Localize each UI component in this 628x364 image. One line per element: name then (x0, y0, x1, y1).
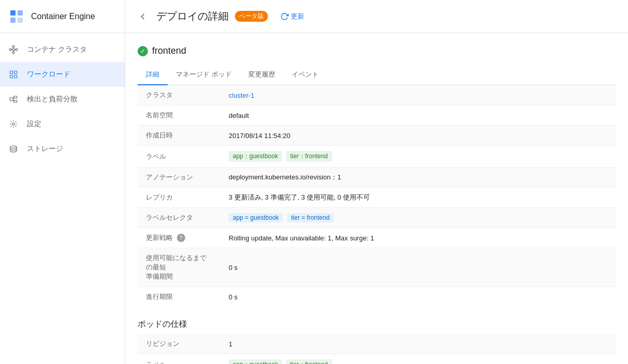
value-update-strategy: Rolling update, Max unavailable: 1, Max … (220, 228, 616, 248)
sidebar-item-storage-label: ストレージ (27, 144, 63, 154)
content-area: frontend 詳細 マネージド ポッド 変更履歴 イベント クラスタ clu… (125, 33, 628, 364)
label-cluster: クラスタ (138, 85, 220, 105)
value-namespace: default (220, 105, 616, 126)
table-row: 使用可能になるまでの最短準備期間 0 s (138, 248, 616, 287)
svg-line-21 (13, 99, 14, 101)
main-header: デプロイの詳細 ベータ版 更新 (125, 0, 628, 33)
table-row: リビジョン 1 (138, 334, 616, 354)
table-row: 作成日時 2017/08/14 11:54:20 (138, 126, 616, 146)
svg-rect-15 (10, 75, 12, 78)
sidebar-title: Container Engine (31, 12, 95, 21)
svg-rect-13 (10, 71, 12, 73)
page-title: デプロイの詳細 (156, 9, 229, 23)
table-row: ラベル app：guestbook tier：frontend (138, 146, 616, 168)
sidebar-item-discovery-label: 検出と負荷分散 (27, 95, 78, 104)
label-tag-1: app：guestbook (229, 151, 282, 162)
selector-tag-2: tier = frontend (287, 213, 334, 222)
resource-name: frontend (152, 46, 186, 56)
svg-rect-18 (14, 96, 17, 98)
sidebar-item-clusters-label: コンテナ クラスタ (27, 45, 87, 54)
pod-label-tag-1: app：guestbook (229, 359, 282, 364)
tab-change-history[interactable]: 変更履歴 (240, 65, 283, 85)
sidebar: Container Engine コンテナ クラスタ (0, 0, 125, 364)
tab-events[interactable]: イベント (283, 65, 327, 85)
value-pod-labels: app：guestbook tier：frontend (220, 354, 616, 365)
label-replicas: レプリカ (138, 188, 220, 208)
svg-point-5 (9, 49, 11, 51)
sidebar-item-workloads-label: ワークロード (27, 70, 70, 79)
tabs: 詳細 マネージド ポッド 変更履歴 イベント (138, 65, 616, 85)
workloads-icon (8, 69, 19, 80)
clusters-icon (8, 44, 19, 55)
label-label-selectors: ラベルセレクタ (138, 208, 220, 228)
value-label-selectors: app = guestbook tier = frontend (220, 208, 616, 228)
value-labels: app：guestbook tier：frontend (220, 146, 616, 168)
svg-rect-19 (14, 100, 17, 102)
refresh-icon (280, 12, 289, 21)
value-min-ready: 0 s (220, 248, 616, 287)
sidebar-item-config-label: 設定 (27, 119, 41, 129)
refresh-button[interactable]: 更新 (280, 12, 304, 21)
pod-spec-table: リビジョン 1 ラベル app：guestbook tier：frontend … (138, 334, 616, 364)
sidebar-item-config[interactable]: 設定 (0, 112, 125, 136)
tab-managed-pods[interactable]: マネージド ポッド (168, 65, 240, 85)
app-logo (8, 8, 25, 25)
label-created: 作成日時 (138, 126, 220, 146)
refresh-label: 更新 (291, 12, 304, 21)
cluster-link[interactable]: cluster-1 (229, 92, 255, 99)
svg-point-7 (12, 46, 14, 48)
sidebar-item-discovery[interactable]: 検出と負荷分散 (0, 87, 125, 112)
label-tag-2: tier：frontend (286, 151, 332, 162)
svg-point-22 (12, 123, 15, 126)
table-row: レプリカ 3 更新済み, 3 準備完了, 3 使用可能, 0 使用不可 (138, 188, 616, 208)
value-revision: 1 (220, 334, 616, 354)
label-progress-deadline: 進行期限 (138, 287, 220, 307)
sidebar-header: Container Engine (0, 0, 125, 33)
svg-point-8 (12, 52, 14, 54)
label-update-strategy: 更新戦略 ? (138, 228, 220, 248)
table-row: 名前空間 default (138, 105, 616, 126)
details-table: クラスタ cluster-1 名前空間 default 作成日時 2017/08… (138, 85, 616, 307)
label-labels: ラベル (138, 146, 220, 168)
svg-line-20 (13, 97, 14, 99)
help-icon[interactable]: ? (177, 234, 185, 242)
pod-label-tag-2: tier：frontend (286, 359, 332, 364)
label-annotations: アノテーション (138, 168, 220, 188)
table-row: アノテーション deployment.kubernetes.io/revisio… (138, 168, 616, 188)
svg-rect-16 (14, 75, 17, 78)
resource-status-icon (138, 46, 148, 56)
sidebar-item-storage[interactable]: ストレージ (0, 136, 125, 161)
label-min-ready: 使用可能になるまでの最短準備期間 (138, 248, 220, 287)
config-icon (8, 119, 19, 129)
value-annotations: deployment.kubernetes.io/revision：1 (220, 168, 616, 188)
selector-tag-1: app = guestbook (229, 213, 283, 222)
tab-details[interactable]: 詳細 (138, 65, 168, 85)
resource-title: frontend (138, 46, 616, 56)
value-cluster: cluster-1 (220, 85, 616, 105)
label-pod-labels: ラベル (138, 354, 220, 365)
svg-rect-1 (18, 10, 23, 16)
label-revision: リビジョン (138, 334, 220, 354)
back-button[interactable] (138, 11, 148, 22)
svg-point-23 (10, 146, 17, 148)
discovery-icon (8, 94, 19, 104)
label-namespace: 名前空間 (138, 105, 220, 126)
table-row: 進行期限 0 s (138, 287, 616, 307)
value-replicas: 3 更新済み, 3 準備完了, 3 使用可能, 0 使用不可 (220, 188, 616, 208)
svg-rect-0 (10, 10, 16, 16)
table-row: クラスタ cluster-1 (138, 85, 616, 105)
svg-rect-14 (14, 71, 17, 73)
svg-rect-17 (10, 98, 13, 101)
beta-badge: ベータ版 (235, 11, 268, 22)
table-row: ラベルセレクタ app = guestbook tier = frontend (138, 208, 616, 228)
svg-rect-3 (18, 18, 23, 23)
svg-point-4 (12, 49, 15, 51)
svg-rect-2 (10, 18, 16, 23)
storage-icon (8, 144, 19, 154)
pod-spec-title: ポッドの仕様 (138, 319, 616, 330)
value-progress-deadline: 0 s (220, 287, 616, 307)
table-row: ラベル app：guestbook tier：frontend (138, 354, 616, 365)
sidebar-item-clusters[interactable]: コンテナ クラスタ (0, 37, 125, 62)
sidebar-item-workloads[interactable]: ワークロード (0, 62, 125, 87)
main-content: デプロイの詳細 ベータ版 更新 frontend 詳細 マネージド ポッド 変更… (125, 0, 628, 364)
